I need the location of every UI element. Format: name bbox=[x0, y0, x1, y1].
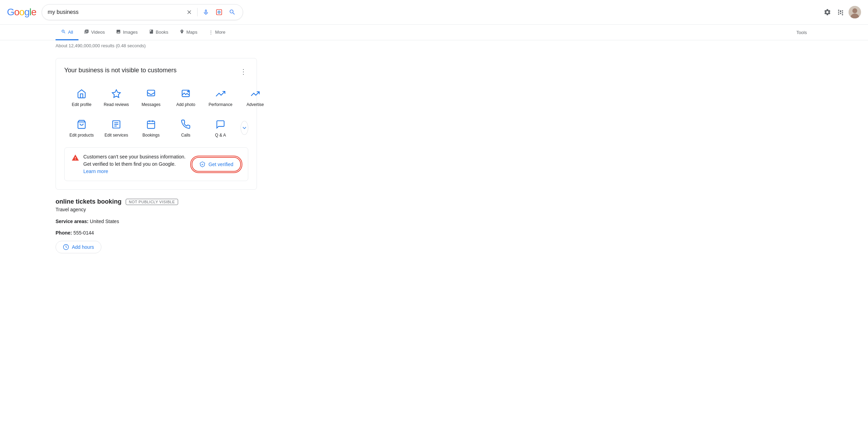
business-card-title: Your business is not visible to customer… bbox=[64, 67, 177, 74]
svg-point-2 bbox=[219, 12, 220, 13]
tab-more[interactable]: ⋮ More bbox=[203, 25, 231, 40]
messages-label: Messages bbox=[142, 102, 161, 107]
clear-button[interactable] bbox=[185, 8, 194, 17]
search-bar: my business bbox=[42, 4, 243, 20]
tab-books[interactable]: Books bbox=[143, 25, 174, 40]
svg-rect-16 bbox=[148, 121, 155, 129]
expand-button[interactable] bbox=[241, 121, 248, 135]
avatar[interactable] bbox=[849, 6, 861, 18]
more-options-button[interactable]: ⋮ bbox=[239, 67, 248, 76]
tab-videos-label: Videos bbox=[91, 30, 105, 35]
business-info: online tickets booking NOT PUBLICLY VISI… bbox=[56, 198, 257, 253]
tools-button[interactable]: Tools bbox=[791, 26, 812, 39]
chat-icon bbox=[214, 118, 227, 131]
edit-profile-button[interactable]: Edit profile bbox=[64, 83, 99, 111]
phone-icon bbox=[180, 118, 192, 131]
phone-value-text: 555-0144 bbox=[73, 230, 94, 236]
google-logo: Google bbox=[7, 7, 36, 18]
bookings-label: Bookings bbox=[142, 133, 159, 138]
edit-services-button[interactable]: Edit services bbox=[99, 114, 134, 142]
shopping-icon bbox=[75, 118, 88, 131]
star-icon bbox=[110, 88, 123, 100]
service-areas-label: Service areas: bbox=[56, 219, 89, 224]
phone-label: Phone: bbox=[56, 230, 72, 236]
qna-button[interactable]: Q & A bbox=[203, 114, 238, 142]
advertise-label: Advertise bbox=[247, 102, 264, 107]
image-add-icon bbox=[180, 88, 192, 100]
message-icon bbox=[145, 88, 157, 100]
edit-products-button[interactable]: Edit products bbox=[64, 114, 99, 142]
apps-button[interactable] bbox=[835, 7, 846, 17]
divider bbox=[197, 8, 198, 16]
messages-button[interactable]: Messages bbox=[134, 83, 168, 111]
banner-left: Customers can't see your business inform… bbox=[72, 153, 186, 175]
verification-banner: Customers can't see your business inform… bbox=[64, 147, 248, 181]
learn-more-link[interactable]: Learn more bbox=[83, 169, 108, 174]
edit-profile-label: Edit profile bbox=[72, 102, 92, 107]
warning-icon bbox=[72, 154, 79, 163]
tab-images[interactable]: Images bbox=[110, 25, 143, 40]
settings-button[interactable] bbox=[822, 7, 833, 17]
search-icon bbox=[61, 29, 66, 35]
add-hours-label: Add hours bbox=[72, 244, 94, 250]
more-icon: ⋮ bbox=[209, 30, 213, 35]
site-header: Google my business bbox=[0, 0, 868, 25]
tab-videos[interactable]: Videos bbox=[78, 25, 110, 40]
performance-button[interactable]: Performance bbox=[203, 83, 238, 111]
calls-label: Calls bbox=[181, 133, 191, 138]
qna-label: Q & A bbox=[215, 133, 226, 138]
get-verified-label: Get verified bbox=[208, 162, 233, 167]
phone-row: Phone: 555-0144 bbox=[56, 229, 257, 237]
tab-more-label: More bbox=[215, 30, 226, 35]
svg-point-4 bbox=[852, 8, 857, 13]
image-icon bbox=[116, 29, 121, 35]
business-card: Your business is not visible to customer… bbox=[56, 58, 257, 190]
calls-button[interactable]: Calls bbox=[168, 114, 203, 142]
tab-images-label: Images bbox=[123, 30, 138, 35]
edit-products-label: Edit products bbox=[69, 133, 94, 138]
add-hours-button[interactable]: Add hours bbox=[56, 241, 101, 253]
header-right bbox=[822, 6, 861, 18]
banner-text: Customers can't see your business inform… bbox=[83, 153, 186, 175]
search-nav: All Videos Images Books Maps ⋮ More Tool… bbox=[0, 25, 868, 40]
advertise-icon bbox=[249, 88, 261, 100]
book-icon bbox=[149, 29, 154, 35]
read-reviews-label: Read reviews bbox=[104, 102, 129, 107]
list-icon bbox=[110, 118, 123, 131]
svg-marker-6 bbox=[112, 90, 120, 97]
image-search-button[interactable] bbox=[214, 7, 224, 17]
business-card-header: Your business is not visible to customer… bbox=[64, 67, 248, 76]
add-photo-label: Add photo bbox=[176, 102, 195, 107]
performance-label: Performance bbox=[209, 102, 233, 107]
search-button[interactable] bbox=[227, 7, 237, 17]
get-verified-button[interactable]: Get verified bbox=[192, 157, 241, 172]
voice-search-button[interactable] bbox=[201, 7, 211, 17]
business-name-row: online tickets booking NOT PUBLICLY VISI… bbox=[56, 198, 257, 205]
results-count: About 12,490,000,000 results (0.48 secon… bbox=[0, 40, 868, 51]
store-icon bbox=[75, 88, 88, 100]
advertise-button[interactable]: Advertise bbox=[238, 83, 273, 111]
read-reviews-button[interactable]: Read reviews bbox=[99, 83, 134, 111]
main-content: Your business is not visible to customer… bbox=[0, 51, 312, 260]
trending-up-icon bbox=[214, 88, 227, 100]
map-icon bbox=[180, 29, 184, 35]
tab-maps-label: Maps bbox=[186, 30, 198, 35]
search-input[interactable]: my business bbox=[48, 9, 182, 15]
not-publicly-visible-badge: NOT PUBLICLY VISIBLE bbox=[126, 199, 178, 205]
tab-books-label: Books bbox=[156, 30, 168, 35]
action-row-2: Edit products Edit services bbox=[64, 114, 248, 142]
tab-all[interactable]: All bbox=[56, 25, 78, 40]
search-icon-group bbox=[185, 7, 237, 17]
business-name: online tickets booking bbox=[56, 198, 122, 205]
edit-services-label: Edit services bbox=[105, 133, 128, 138]
tab-maps[interactable]: Maps bbox=[174, 25, 203, 40]
video-icon bbox=[84, 29, 89, 35]
action-row-1: Edit profile Read reviews bbox=[64, 83, 248, 111]
bookings-button[interactable]: Bookings bbox=[134, 114, 168, 142]
tab-all-label: All bbox=[68, 30, 73, 35]
service-areas-value-text: United States bbox=[90, 219, 119, 224]
service-areas-row: Service areas: United States bbox=[56, 218, 257, 225]
business-category: Travel agency bbox=[56, 207, 257, 212]
calendar-icon bbox=[145, 118, 157, 131]
add-photo-button[interactable]: Add photo bbox=[168, 83, 203, 111]
